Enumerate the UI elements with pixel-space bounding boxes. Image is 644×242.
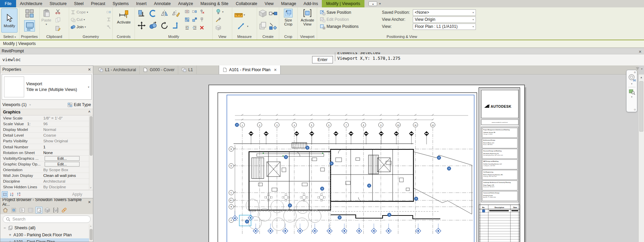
type-selector[interactable]: Viewport Title w Line (Multiple Views) ▾ <box>2 74 92 100</box>
command-text[interactable]: viewloc <box>2 57 21 62</box>
move-icon[interactable] <box>138 21 146 30</box>
sort-by-group-button[interactable] <box>2 191 8 197</box>
view-anchor-select[interactable]: View Origin▾ <box>413 16 476 23</box>
section-collapse-icon[interactable]: ^ <box>88 110 90 114</box>
tree-item-sheets-all[interactable]: −Sheets (all) <box>0 224 93 231</box>
ribbon-tab-architecture[interactable]: Architecture <box>16 0 46 7</box>
sort-ascending-button[interactable] <box>9 191 15 197</box>
scale-icon[interactable] <box>192 17 197 22</box>
ribbon-tab-collaborate[interactable]: Collaborate <box>232 0 261 7</box>
ribbon-tab-view[interactable]: View <box>261 0 278 7</box>
search-input[interactable] <box>12 217 88 222</box>
ribbon-tab-manage[interactable]: Manage <box>277 0 300 7</box>
create-assembly-pages-icon[interactable] <box>259 21 267 30</box>
join-geometry-button[interactable]: Join▾ <box>70 23 112 31</box>
copy-to-clipboard-icon[interactable] <box>55 17 61 23</box>
ribbon-tab-annotate[interactable]: Annotate <box>150 0 175 7</box>
properties-title-bar[interactable]: Properties ✕ <box>0 66 93 73</box>
split-element-icon[interactable] <box>185 9 190 14</box>
align-left-icon[interactable] <box>185 25 190 30</box>
align-corner-icon[interactable] <box>138 9 146 17</box>
tree-item-a101-first-floor-plan[interactable]: +A101 - First Floor Plan <box>0 238 93 242</box>
view-select[interactable]: Floor Plan : L1 (1/A101)▾ <box>413 23 476 30</box>
property-value[interactable]: 1 <box>42 145 93 149</box>
ribbon-collapse-dropdown-icon[interactable]: ▼ <box>379 2 381 5</box>
view-tab-l1[interactable]: L1 <box>178 65 197 74</box>
selection-filter-dropdown-icon[interactable]: ˅ <box>29 103 31 106</box>
steering-wheel-2d-icon[interactable]: 2D <box>628 74 636 82</box>
ribbon-tab-analyze[interactable]: Analyze <box>175 0 197 7</box>
edit-position-button[interactable]: Edit Position <box>320 16 382 23</box>
split-with-gap-icon[interactable] <box>192 9 197 14</box>
ribbon-tab-massing-site[interactable]: Massing & Site <box>197 0 232 7</box>
browser-scrollbar[interactable]: ˄ <box>89 224 93 242</box>
zoom-dropdown-icon[interactable]: ▾ <box>631 96 633 98</box>
apply-button[interactable]: Apply <box>72 192 92 197</box>
view-tab-l1-architectural[interactable]: L1 - Architectural <box>95 65 140 74</box>
browser-links-button[interactable] <box>61 207 67 213</box>
graphics-section-header[interactable]: Graphics ^ <box>0 109 93 115</box>
navbar-minimize-icon[interactable]: ⊖ <box>634 108 637 112</box>
properties-scrollbar[interactable]: ˅ <box>89 115 93 190</box>
property-value[interactable]: Show Original <box>42 139 93 143</box>
properties-palette-icon[interactable] <box>25 9 34 18</box>
view-tab-a101-first-floor-plan[interactable]: A101 - First Floor Plan✕ <box>219 65 281 74</box>
saved-position-select[interactable]: <None>▾ <box>413 9 476 16</box>
property-value[interactable]: Coarse <box>42 133 93 138</box>
linework-brush-icon[interactable] <box>215 17 221 22</box>
sort-descending-button[interactable] <box>16 191 22 197</box>
properties-close-icon[interactable]: ✕ <box>88 67 91 72</box>
array-icon[interactable] <box>185 17 190 22</box>
close-icon[interactable]: ✕ <box>274 68 277 72</box>
ribbon-tab-structure[interactable]: Structure <box>46 0 70 7</box>
create-similar-icon[interactable] <box>268 9 277 18</box>
create-parts-icon[interactable] <box>268 21 277 30</box>
modify-button[interactable]: Modify <box>1 8 17 33</box>
pin-icon[interactable] <box>199 17 204 22</box>
ribbon-collapse-icon[interactable]: ▲ <box>368 1 377 6</box>
measure-ruler-icon[interactable] <box>234 11 243 19</box>
tree-expander[interactable]: + <box>8 233 12 237</box>
project-browser-close-icon[interactable]: ✕ <box>88 200 91 204</box>
rotate-icon[interactable] <box>160 21 168 30</box>
unpin-icon[interactable] <box>199 9 204 14</box>
activate-view-button[interactable]: Activate View <box>299 9 315 26</box>
scrollbar-thumb[interactable] <box>639 81 643 132</box>
cope-button[interactable]: Cope▾ <box>70 8 112 16</box>
enter-button[interactable]: Enter <box>312 56 333 63</box>
drawing-canvas[interactable]: 123456789101112EDCB.1BA ????????????? AU… <box>93 75 638 242</box>
property-value[interactable]: Normal <box>42 127 93 132</box>
edit-type-button[interactable]: Edit Type <box>67 102 91 107</box>
paste-button[interactable]: Paste ▾ <box>41 9 52 26</box>
measure-dropdown-icon[interactable]: ▾ <box>247 25 248 28</box>
ribbon-tab-insert[interactable]: Insert <box>132 0 150 7</box>
type-selector-dropdown-icon[interactable]: ▾ <box>86 86 91 89</box>
scrollbar-thumb[interactable] <box>90 229 93 240</box>
trim-extend-icon[interactable] <box>172 21 180 30</box>
hide-elements-lightbulb-icon[interactable] <box>215 9 221 14</box>
scrollbar-thumb[interactable] <box>90 116 93 156</box>
browser-groups-button[interactable] <box>52 207 59 213</box>
edit-button[interactable]: Edit... <box>45 156 80 161</box>
search-box[interactable] <box>3 215 91 223</box>
cut-profile-cube-icon[interactable] <box>215 25 221 31</box>
edit-button[interactable]: Edit... <box>45 162 80 166</box>
copy-icon[interactable] <box>149 21 157 30</box>
ribbon-tab-steel[interactable]: Steel <box>70 0 88 7</box>
delete-icon[interactable] <box>199 25 204 30</box>
save-position-button[interactable]: Save Position <box>320 9 382 16</box>
offset-arc-icon[interactable] <box>149 9 157 17</box>
view-tab-g000-cover[interactable]: G000 - Cover <box>140 65 178 74</box>
manage-positions-button[interactable]: Manage Positions <box>320 23 382 30</box>
browser-home-button[interactable] <box>2 207 9 213</box>
cut-to-clipboard-icon[interactable] <box>55 9 61 14</box>
tree-item-a100-parking-deck-floor-plan[interactable]: +A100 - Parking Deck Floor Plan <box>0 231 93 238</box>
property-value[interactable]: Architectural <box>42 179 93 184</box>
scroll-up-icon[interactable]: ▲ <box>639 75 644 80</box>
tree-expander[interactable]: − <box>3 226 6 230</box>
scrollbar-down-icon[interactable]: ˅ <box>90 186 92 189</box>
browser-schedules-button[interactable] <box>27 207 34 213</box>
property-value[interactable]: By Discipline <box>42 185 93 189</box>
type-properties-icon[interactable] <box>24 20 35 32</box>
demolish-hammer-icon[interactable] <box>106 25 111 29</box>
